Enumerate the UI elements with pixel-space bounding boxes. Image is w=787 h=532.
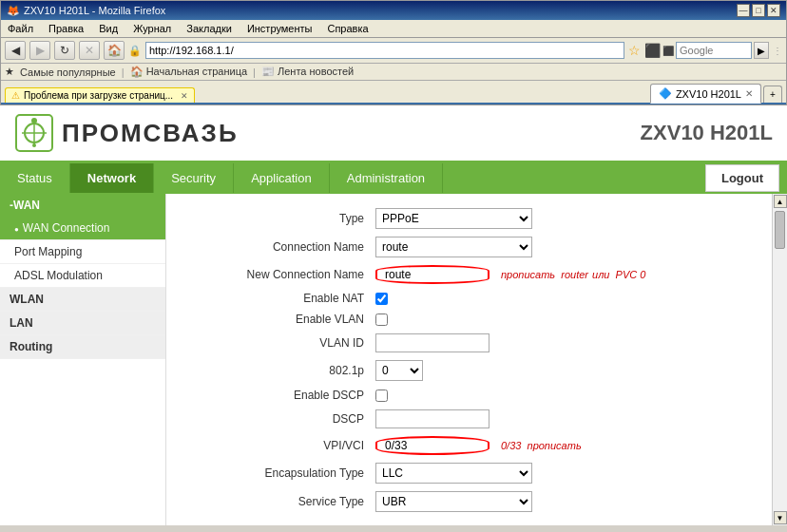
select-connection-name[interactable]: route	[375, 237, 532, 257]
window-controls: — □ ✕	[737, 4, 780, 17]
scroll-up-button[interactable]: ▲	[774, 195, 787, 208]
scrollbar-thumb[interactable]	[775, 211, 785, 249]
select-service-type[interactable]: UBR CBR VBR	[375, 491, 532, 512]
logo-area: ПРОМСВАЗЬ	[14, 113, 239, 153]
control-service-type: UBR CBR VBR	[375, 491, 532, 512]
scrollbar[interactable]: ▲ ▼	[772, 194, 787, 525]
menu-tools[interactable]: Инструменты	[244, 22, 316, 35]
address-label: 🔒	[128, 45, 142, 57]
address-bar: 🔒 ☆	[128, 42, 641, 59]
menu-view[interactable]: Вид	[96, 22, 121, 35]
control-enable-nat	[375, 293, 388, 305]
toolbar: ◀ ▶ ↻ ✕ 🏠 🔒 ☆ ⬛ ⬛ ▶ ⋮	[1, 38, 786, 64]
label-service-type: Service Type	[185, 495, 375, 508]
menu-edit[interactable]: Правка	[46, 22, 86, 35]
bookmark-popular[interactable]: Самые популярные	[20, 66, 116, 78]
notif-close[interactable]: ✕	[181, 91, 188, 101]
warning-icon: ⚠	[11, 90, 20, 101]
new-tab-button[interactable]: +	[763, 86, 782, 103]
control-dot1p: 0123	[375, 360, 423, 381]
forward-button[interactable]: ▶	[29, 41, 50, 60]
select-encapsulation[interactable]: LLC VC-MUX	[375, 463, 532, 484]
tab-title: ZXV10 H201L	[676, 88, 741, 100]
form-row-service-type: Service Type UBR CBR VBR	[185, 491, 753, 512]
control-enable-vlan	[375, 314, 388, 326]
logo-icon	[14, 113, 54, 153]
sidebar-item-adsl-modulation[interactable]: ADSL Modulation	[0, 264, 165, 288]
search-go-button[interactable]: ▶	[754, 42, 769, 59]
tab-security[interactable]: Security	[154, 163, 234, 193]
input-dscp[interactable]	[375, 409, 489, 428]
tab-application[interactable]: Application	[234, 163, 330, 193]
resize-handle-icon: ⋮	[773, 46, 782, 56]
tab-close-icon[interactable]: ✕	[745, 88, 753, 99]
annotation-pvc: или PVC 0	[592, 269, 645, 280]
checkbox-enable-vlan[interactable]	[375, 314, 388, 326]
menu-bar: Файл Правка Вид Журнал Закладки Инструме…	[1, 20, 786, 38]
notification-text: Проблема при загрузке страниц...	[24, 90, 173, 101]
select-dot1p[interactable]: 0123	[375, 360, 423, 381]
tab-network[interactable]: Network	[70, 163, 154, 193]
bookmark-home[interactable]: 🏠 Начальная страница	[130, 66, 248, 78]
sidebar-section-wlan[interactable]: WLAN	[0, 288, 165, 312]
label-dot1p: 802.1p	[185, 364, 375, 377]
back-button[interactable]: ◀	[5, 41, 26, 60]
checkbox-enable-nat[interactable]	[375, 293, 388, 305]
annotation-vpi-vci: 0/33 прописать	[501, 440, 582, 451]
scroll-track	[773, 251, 787, 510]
sidebar: -WAN WAN Connection Port Mapping ADSL Mo…	[0, 194, 166, 525]
form-row-enable-nat: Enable NAT	[185, 292, 753, 305]
select-type[interactable]: PPPoE DHCP Static	[375, 208, 532, 229]
tab-administration[interactable]: Administration	[330, 163, 443, 193]
sidebar-item-port-mapping[interactable]: Port Mapping	[0, 240, 165, 264]
menu-bookmarks[interactable]: Закладки	[183, 22, 235, 35]
bookmark-news[interactable]: 📰 Лента новостей	[261, 66, 354, 78]
label-enable-vlan: Enable VLAN	[185, 313, 375, 326]
tab-status[interactable]: Status	[0, 163, 70, 193]
bookmark-star-icon[interactable]: ☆	[628, 43, 641, 58]
label-vpi-vci: VPI/VCI	[185, 439, 375, 452]
input-new-connection-name[interactable]	[375, 265, 489, 284]
content-area: -WAN WAN Connection Port Mapping ADSL Mo…	[0, 194, 787, 525]
scroll-down-button[interactable]: ▼	[774, 511, 787, 524]
browser-tab[interactable]: 🔷 ZXV10 H201L ✕	[650, 84, 761, 104]
sidebar-item-wan-connection[interactable]: WAN Connection	[0, 217, 165, 240]
stop-button[interactable]: ✕	[79, 41, 100, 60]
address-input[interactable]	[145, 42, 624, 59]
control-connection-name: route	[375, 237, 532, 257]
label-type: Type	[185, 212, 375, 225]
small-green: ⬛	[662, 46, 674, 56]
menu-help[interactable]: Справка	[324, 22, 371, 35]
title-bar-left: 🦊 ZXV10 H201L - Mozilla Firefox	[7, 5, 165, 17]
sidebar-section-lan[interactable]: LAN	[0, 312, 165, 335]
maximize-button[interactable]: □	[752, 4, 765, 17]
logo-text: ПРОМСВАЗЬ	[62, 119, 239, 148]
close-button[interactable]: ✕	[767, 4, 780, 17]
bookmarks-icon: ★	[5, 66, 14, 78]
home-button[interactable]: 🏠	[104, 41, 125, 60]
menu-file[interactable]: Файл	[5, 22, 36, 35]
browser-icon: 🦊	[7, 5, 20, 17]
router-page: ПРОМСВАЗЬ ZXV10 H201L Status Network Sec…	[0, 105, 787, 525]
form-row-dot1p: 802.1p 0123	[185, 360, 753, 381]
minimize-button[interactable]: —	[737, 4, 750, 17]
router-header: ПРОМСВАЗЬ ZXV10 H201L	[0, 105, 787, 162]
search-input[interactable]	[676, 42, 752, 59]
input-vlan-id[interactable]	[375, 333, 489, 352]
sidebar-section-routing[interactable]: Routing	[0, 335, 165, 359]
sidebar-section-wan[interactable]: -WAN	[0, 194, 165, 217]
control-vlan-id	[375, 333, 489, 352]
reload-button[interactable]: ↻	[54, 41, 75, 60]
logout-button[interactable]: Logout	[705, 164, 779, 192]
tab-favicon: 🔷	[659, 87, 672, 100]
tab-warning: ⚠ Проблема при загрузке страниц... ✕	[5, 87, 195, 103]
input-vpi-vci[interactable]	[375, 436, 489, 455]
control-dscp	[375, 409, 489, 428]
bookmarks-bar: ★ Самые популярные | 🏠 Начальная страниц…	[1, 64, 786, 81]
model-display: ZXV10 H201L	[641, 121, 773, 145]
label-enable-dscp: Enable DSCP	[185, 389, 375, 402]
form-row-vlan-id: VLAN ID	[185, 333, 753, 352]
menu-history[interactable]: Журнал	[130, 22, 174, 35]
label-new-connection-name: New Connection Name	[185, 268, 375, 281]
checkbox-enable-dscp[interactable]	[375, 390, 388, 402]
